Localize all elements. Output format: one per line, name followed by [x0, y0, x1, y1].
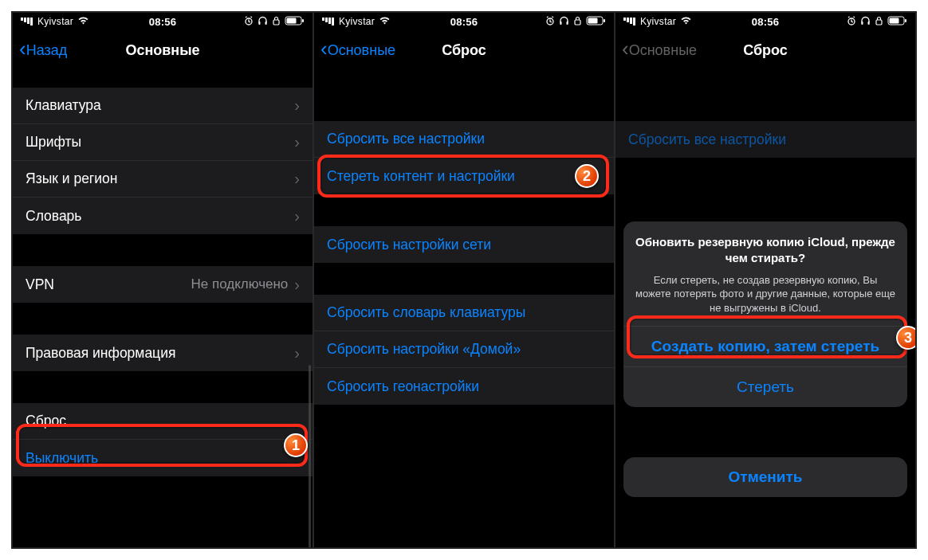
content-scroll[interactable]: Клавиатура› Шрифты› Язык и регион› Слова…: [13, 70, 313, 547]
svg-rect-6: [287, 18, 297, 23]
carrier-label: Kyivstar: [37, 16, 73, 27]
headphones-icon: [860, 16, 871, 28]
row-reset[interactable]: Сброс: [13, 403, 313, 440]
nav-title: Сброс: [743, 42, 788, 59]
svg-rect-9: [567, 22, 568, 25]
battery-icon: [887, 16, 907, 28]
svg-rect-12: [604, 19, 605, 22]
button-erase[interactable]: Стереть: [623, 366, 907, 407]
content-scroll[interactable]: Сбросить все настройки Стереть контент и…: [314, 70, 614, 547]
chevron-right-icon: ›: [294, 207, 300, 225]
status-time: 08:56: [149, 16, 177, 28]
chevron-right-icon: ›: [294, 133, 300, 151]
vpn-status: Не подключено: [191, 276, 289, 292]
chevron-right-icon: ›: [294, 276, 300, 294]
button-backup-then-erase[interactable]: Создать копию, затем стереть: [623, 326, 907, 366]
phone-panel-1: Kyivstar 08:56 ‹ Назад Основные Клави: [13, 13, 314, 547]
wifi-icon: [680, 16, 692, 27]
battery-icon: [285, 16, 305, 28]
headphones-icon: [258, 16, 268, 28]
alarm-icon: [244, 16, 254, 28]
back-button[interactable]: ‹ Основные: [622, 40, 697, 61]
row-erase-content[interactable]: Стереть контент и настройки: [314, 158, 614, 194]
content-scroll: Сбросить все настройки Обновить резервну…: [615, 70, 915, 547]
action-sheet: Обновить резервную копию iCloud, прежде …: [623, 221, 907, 407]
row-reset-network[interactable]: Сбросить настройки сети: [314, 226, 614, 263]
status-bar: Kyivstar 08:56: [13, 13, 313, 30]
status-bar: Kyivstar 08:56: [314, 13, 614, 30]
action-sheet-title: Обновить резервную копию iCloud, прежде …: [635, 234, 896, 267]
wifi-icon: [379, 16, 391, 27]
status-bar: Kyivstar 08:56: [615, 13, 915, 30]
row-legal[interactable]: Правовая информация›: [13, 335, 313, 371]
svg-rect-5: [302, 19, 304, 22]
alarm-icon: [847, 16, 856, 28]
phone-panel-3: Kyivstar 08:56 ‹ Основные Сброс Сбросить…: [615, 13, 915, 547]
screenshot-container: Kyivstar 08:56 ‹ Назад Основные Клави: [11, 11, 917, 549]
action-sheet-header: Обновить резервную копию iCloud, прежде …: [623, 221, 907, 326]
svg-rect-17: [876, 20, 882, 25]
svg-rect-19: [905, 19, 906, 22]
lock-icon: [573, 16, 582, 28]
signal-icon: [623, 18, 636, 25]
chevron-left-icon: ‹: [320, 38, 328, 59]
back-button[interactable]: ‹ Назад: [19, 40, 67, 61]
svg-rect-15: [861, 22, 863, 25]
nav-title: Сброс: [442, 42, 486, 59]
chevron-left-icon: ‹: [622, 38, 629, 59]
button-cancel[interactable]: Отменить: [623, 457, 907, 497]
row-reset-all-settings[interactable]: Сбросить все настройки: [314, 121, 614, 158]
svg-rect-1: [258, 22, 260, 25]
signal-icon: [322, 18, 335, 25]
row-shutdown[interactable]: Выключить: [13, 440, 313, 476]
row-reset-all-settings: Сбросить все настройки: [615, 121, 915, 158]
headphones-icon: [559, 16, 569, 28]
lock-icon: [875, 16, 883, 28]
nav-title: Основные: [125, 42, 199, 59]
nav-bar: ‹ Основные Сброс: [615, 30, 915, 70]
scrollbar-indicator: [309, 365, 311, 547]
row-keyboard[interactable]: Клавиатура›: [13, 88, 313, 124]
row-reset-location[interactable]: Сбросить геонастройки: [314, 368, 614, 405]
row-language-region[interactable]: Язык и регион›: [13, 161, 313, 198]
row-vpn[interactable]: VPNНе подключено›: [13, 266, 313, 303]
svg-rect-20: [890, 18, 899, 23]
svg-rect-13: [588, 18, 598, 23]
back-button[interactable]: ‹ Основные: [320, 40, 395, 61]
status-time: 08:56: [450, 16, 478, 28]
wifi-icon: [77, 16, 89, 27]
back-label: Назад: [26, 42, 68, 59]
chevron-right-icon: ›: [294, 344, 300, 362]
chevron-left-icon: ‹: [19, 38, 26, 59]
phone-panel-2: Kyivstar 08:56 ‹ Основные Сброс Сбросить…: [314, 13, 615, 547]
carrier-label: Kyivstar: [640, 16, 676, 27]
svg-rect-16: [868, 22, 870, 25]
signal-icon: [21, 18, 33, 25]
status-time: 08:56: [752, 16, 780, 28]
alarm-icon: [545, 16, 555, 28]
carrier-label: Kyivstar: [339, 16, 375, 27]
svg-rect-8: [560, 22, 561, 25]
nav-bar: ‹ Основные Сброс: [314, 30, 614, 70]
row-fonts[interactable]: Шрифты›: [13, 124, 313, 161]
row-reset-keyboard-dict[interactable]: Сбросить словарь клавиатуры: [314, 295, 614, 331]
lock-icon: [272, 16, 281, 28]
svg-rect-2: [265, 22, 267, 25]
nav-bar: ‹ Назад Основные: [13, 30, 313, 70]
back-label: Основные: [328, 42, 395, 59]
back-label: Основные: [629, 42, 697, 59]
svg-rect-10: [575, 20, 580, 25]
chevron-right-icon: ›: [294, 96, 300, 115]
chevron-right-icon: ›: [294, 170, 300, 188]
battery-icon: [586, 16, 606, 28]
svg-rect-3: [273, 20, 279, 25]
row-reset-home[interactable]: Сбросить настройки «Домой»: [314, 331, 614, 368]
action-sheet-desc: Если стереть, не создав резервную копию,…: [635, 273, 896, 315]
row-dictionary[interactable]: Словарь›: [13, 198, 313, 234]
